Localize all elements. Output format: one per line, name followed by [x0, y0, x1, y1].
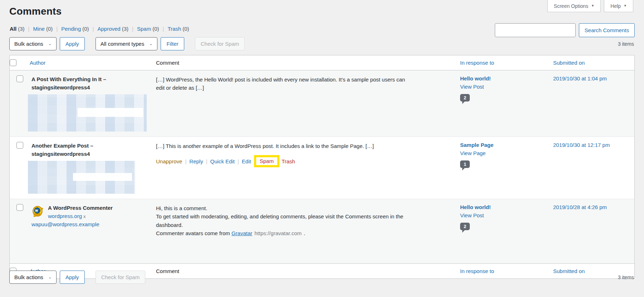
bulk-actions-select[interactable]: Bulk actions ⌄ [9, 271, 57, 284]
filter-pending: Pending(0) [53, 26, 89, 32]
comment-count: 2 [464, 95, 466, 100]
filter-count: (3) [18, 26, 24, 32]
items-count: 3 items [618, 274, 634, 280]
edit-link[interactable]: Edit [242, 158, 251, 164]
commenter-site-line: wordpress.orgx [31, 212, 152, 221]
comment-excerpt: […] WordPress, the Hello World! post is … [156, 75, 406, 92]
row-checkbox-cell [10, 70, 30, 137]
filter-count: (0) [182, 26, 189, 32]
comment-row-3: A WordPress Commenter wordpress.orgx wap… [10, 199, 634, 263]
search-comments-button[interactable]: Search Comments [579, 23, 635, 37]
filter-pending-link[interactable]: Pending(0) [61, 26, 89, 32]
remove-url-x[interactable]: x [83, 214, 86, 219]
author-cell: A WordPress Commenter wordpress.orgx wap… [30, 199, 156, 263]
help-button[interactable]: Help ▼ [604, 0, 633, 12]
comment-line: To get started with moderating, editing,… [156, 212, 406, 229]
author-cell: Another Example Post – stagingsitewordpr… [30, 137, 156, 199]
spam-link[interactable]: Spam [260, 158, 274, 164]
table-header-row: Author Comment In response to Submitted … [10, 55, 634, 70]
filter-count: (0) [152, 26, 159, 32]
comment-type-select[interactable]: All comment types ⌄ [96, 37, 158, 50]
filter-trash-link[interactable]: Trash(0) [167, 26, 189, 32]
chevron-down-icon: ▼ [591, 4, 594, 8]
filter-button[interactable]: Filter [161, 37, 184, 50]
tablenav-bottom: Bulk actions ⌄ Apply Check for Spam 3 it… [9, 271, 635, 284]
screen-options-button[interactable]: Screen Options ▼ [547, 0, 601, 12]
comment-excerpt: […] This is another example of a WordPre… [156, 142, 406, 150]
status-filter-list: All(3) Mine(0) Pending(0) Approved(3) Sp… [10, 26, 189, 32]
comment-row-actions: Unapprove Reply Quick Edit Edit Spam Tra… [156, 155, 457, 167]
response-page-link[interactable]: Sample Page [460, 142, 550, 148]
filter-mine-link[interactable]: Mine(0) [33, 26, 53, 32]
comment-count-bubble[interactable]: 2 [460, 94, 470, 102]
commenter-site-link[interactable]: wordpress.org [48, 213, 82, 219]
submitted-cell: 2019/10/30 at 1:04 pm [553, 70, 634, 137]
comment-count: 1 [464, 162, 466, 167]
view-post-link[interactable]: View Post [460, 212, 550, 218]
filter-label: Trash [167, 26, 181, 32]
check-for-spam-button[interactable]: Check for Spam [195, 37, 245, 50]
in-response-cell: Hello world! View Post 2 [460, 199, 553, 263]
comment-column-label: Comment [156, 60, 179, 66]
comment-row-1: A Post With Everything In It – stagingsi… [10, 70, 634, 137]
row-checkbox[interactable] [16, 204, 23, 211]
gravatar-text-suffix: . [304, 230, 305, 236]
filter-all-link[interactable]: All(3) [10, 26, 25, 32]
submitted-date-link[interactable]: 2019/10/28 at 4:26 pm [553, 204, 607, 210]
response-post-link[interactable]: Hello world! [460, 204, 550, 210]
row-checkbox-cell [10, 137, 30, 199]
gravatar-link[interactable]: Gravatar [231, 230, 252, 236]
sort-author-link[interactable]: Author [30, 60, 45, 66]
header-comment-cell: Comment [156, 55, 460, 70]
apply-button[interactable]: Apply [60, 37, 85, 50]
filter-label: Mine [33, 26, 45, 32]
comment-line: Hi, this is a comment. [156, 204, 406, 212]
header-response-cell: In response to [460, 55, 553, 70]
unapprove-link[interactable]: Unapprove [156, 158, 189, 164]
submitted-date-link[interactable]: 2019/10/30 at 1:04 pm [553, 75, 607, 81]
comment-count-bubble[interactable]: 2 [460, 223, 470, 230]
submitted-cell: 2019/10/28 at 4:26 pm [553, 199, 634, 263]
tablenav-top: Bulk actions ⌄ Apply All comment types ⌄… [9, 37, 635, 50]
header-author-cell: Author [30, 55, 156, 70]
filter-trash: Trash(0) [159, 26, 189, 32]
sort-in-response-link[interactable]: In response to [460, 60, 494, 66]
bulk-actions-select[interactable]: Bulk actions ⌄ [9, 37, 57, 50]
filter-approved-link[interactable]: Approved(3) [98, 26, 129, 32]
filter-approved: Approved(3) [89, 26, 128, 32]
reply-link[interactable]: Reply [189, 158, 210, 164]
quick-edit-link[interactable]: Quick Edit [210, 158, 242, 164]
row-checkbox[interactable] [16, 75, 23, 82]
submitted-date-link[interactable]: 2019/10/30 at 12:17 pm [553, 142, 610, 148]
filter-label: Approved [98, 26, 121, 32]
sort-submitted-link[interactable]: Submitted on [553, 60, 585, 66]
comment-row-2: Another Example Post – stagingsitewordpr… [10, 137, 634, 199]
chevron-down-icon: ▼ [624, 4, 627, 8]
filter-label: All [10, 26, 16, 32]
gravatar-text-prefix: Commenter avatars come from [156, 230, 230, 236]
trash-link[interactable]: Trash [282, 158, 295, 164]
help-label: Help [610, 3, 621, 9]
filter-count: (0) [82, 26, 89, 32]
comment-count: 2 [464, 224, 466, 229]
view-page-link[interactable]: View Page [460, 150, 550, 156]
header-submitted-cell: Submitted on [553, 55, 634, 70]
screen-meta-tabs: Screen Options ▼ Help ▼ [547, 0, 633, 12]
apply-button[interactable]: Apply [60, 271, 85, 284]
view-post-link[interactable]: View Post [460, 84, 550, 90]
commenter-email-link[interactable]: wapuu@wordpress.example [31, 221, 99, 227]
in-response-cell: Sample Page View Page 1 [460, 137, 553, 199]
row-checkbox[interactable] [16, 142, 23, 149]
comment-count-bubble[interactable]: 1 [460, 160, 470, 168]
search-comments-input[interactable] [495, 23, 576, 37]
spam-link-highlight: Spam [254, 155, 279, 167]
redacted-author-info [28, 94, 147, 132]
select-all-checkbox[interactable] [10, 59, 16, 66]
page-title: Comments [9, 6, 62, 17]
submitted-cell: 2019/10/30 at 12:17 pm [553, 137, 634, 199]
filter-spam-link[interactable]: Spam(0) [137, 26, 159, 32]
comments-admin-page: Screen Options ▼ Help ▼ Comments All(3) … [0, 0, 644, 297]
chevron-down-icon: ⌄ [48, 275, 52, 279]
response-post-link[interactable]: Hello world! [460, 75, 550, 81]
check-for-spam-button[interactable]: Check for Spam [96, 271, 146, 284]
